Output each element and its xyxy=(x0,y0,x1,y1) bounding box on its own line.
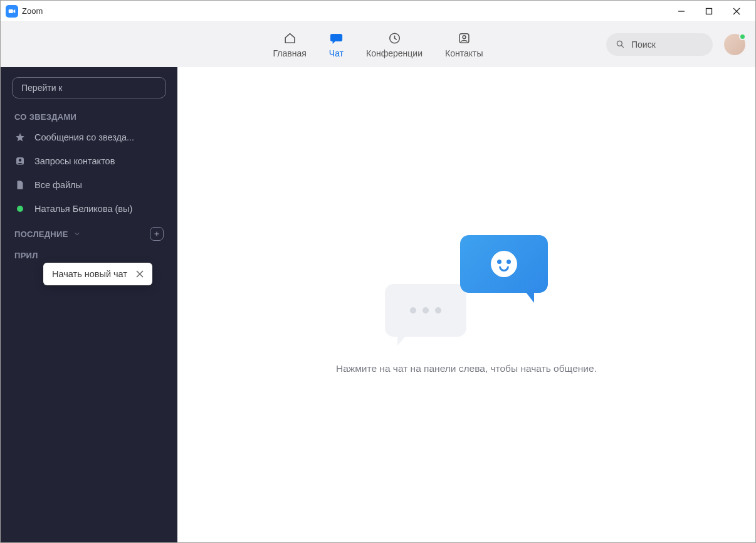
contacts-icon xyxy=(457,31,471,46)
speech-bubble-blue-icon xyxy=(460,235,548,293)
window-title: Zoom xyxy=(22,6,43,16)
jump-to-input[interactable] xyxy=(12,77,166,98)
chat-sidebar: СО ЗВЕЗДАМИ Сообщения со звезда... Запро… xyxy=(1,67,177,542)
section-starred-label: СО ЗВЕЗДАМИ xyxy=(14,112,76,122)
new-chat-button[interactable] xyxy=(150,227,164,241)
chat-icon xyxy=(329,31,343,46)
tab-contacts-label: Контакты xyxy=(445,48,483,58)
svg-line-9 xyxy=(622,45,624,47)
svg-point-8 xyxy=(617,41,622,46)
presence-dot-icon xyxy=(14,203,26,214)
chat-empty-state: Нажмите на чат на панели слева, чтобы на… xyxy=(177,67,755,542)
empty-state-illustration-icon xyxy=(385,235,548,348)
new-chat-tooltip: Начать новый чат xyxy=(43,263,152,285)
window-minimize-button[interactable] xyxy=(668,2,695,21)
tooltip-close-button[interactable] xyxy=(136,270,144,278)
sidebar-item-label: Все файлы xyxy=(34,180,82,190)
sidebar-item-label: Запросы контактов xyxy=(34,156,115,166)
app-body: СО ЗВЕЗДАМИ Сообщения со звезда... Запро… xyxy=(1,67,755,542)
section-apps-label: ПРИЛ xyxy=(14,251,38,260)
svg-point-7 xyxy=(463,36,466,39)
sidebar-item-contact-requests[interactable]: Запросы контактов xyxy=(1,149,177,173)
sidebar-item-self[interactable]: Наталья Беликова (вы) xyxy=(1,197,177,221)
star-icon xyxy=(14,132,26,143)
tab-home-label: Главная xyxy=(273,48,307,58)
svg-rect-2 xyxy=(706,8,712,14)
empty-state-text: Нажмите на чат на панели слева, чтобы на… xyxy=(336,363,597,374)
tab-contacts[interactable]: Контакты xyxy=(445,31,483,58)
sidebar-item-starred-messages[interactable]: Сообщения со звезда... xyxy=(1,125,177,149)
contact-card-icon xyxy=(14,156,26,167)
jump-to-wrapper xyxy=(12,77,166,98)
search-placeholder: Поиск xyxy=(631,40,656,50)
tab-chat-label: Чат xyxy=(329,48,344,58)
search-button[interactable]: Поиск xyxy=(606,33,713,56)
tab-meetings-label: Конференции xyxy=(366,48,423,58)
top-nav-tabs: Главная Чат Конференции Контакты xyxy=(273,31,483,58)
user-avatar[interactable] xyxy=(724,34,745,55)
tab-home[interactable]: Главная xyxy=(273,31,307,58)
section-recent-label: ПОСЛЕДНИЕ xyxy=(14,229,68,239)
tab-chat[interactable]: Чат xyxy=(329,31,344,58)
app-logo-icon xyxy=(6,5,18,18)
svg-point-11 xyxy=(19,159,22,162)
tab-meetings[interactable]: Конференции xyxy=(366,31,423,58)
file-icon xyxy=(14,179,26,191)
clock-icon xyxy=(387,31,401,46)
home-icon xyxy=(283,31,297,46)
top-nav: Главная Чат Конференции Контакты xyxy=(1,22,755,67)
window-maximize-button[interactable] xyxy=(695,2,723,21)
speech-bubble-grey-icon xyxy=(385,284,466,337)
window-close-button[interactable] xyxy=(723,2,750,21)
sidebar-item-label: Наталья Беликова (вы) xyxy=(34,204,132,214)
search-icon xyxy=(615,39,631,51)
sidebar-item-label: Сообщения со звезда... xyxy=(34,132,134,142)
app-window: Zoom Главная Чат xyxy=(0,0,756,543)
chevron-down-icon xyxy=(73,230,81,238)
svg-rect-0 xyxy=(9,9,13,13)
presence-indicator-icon xyxy=(739,33,746,40)
new-chat-tooltip-text: Начать новый чат xyxy=(52,269,127,279)
sidebar-item-all-files[interactable]: Все файлы xyxy=(1,173,177,197)
title-bar: Zoom xyxy=(1,1,755,22)
section-recent-header[interactable]: ПОСЛЕДНИЕ xyxy=(1,221,177,245)
section-apps-header[interactable]: ПРИЛ xyxy=(1,245,177,264)
section-starred-title: СО ЗВЕЗДАМИ xyxy=(1,106,177,125)
